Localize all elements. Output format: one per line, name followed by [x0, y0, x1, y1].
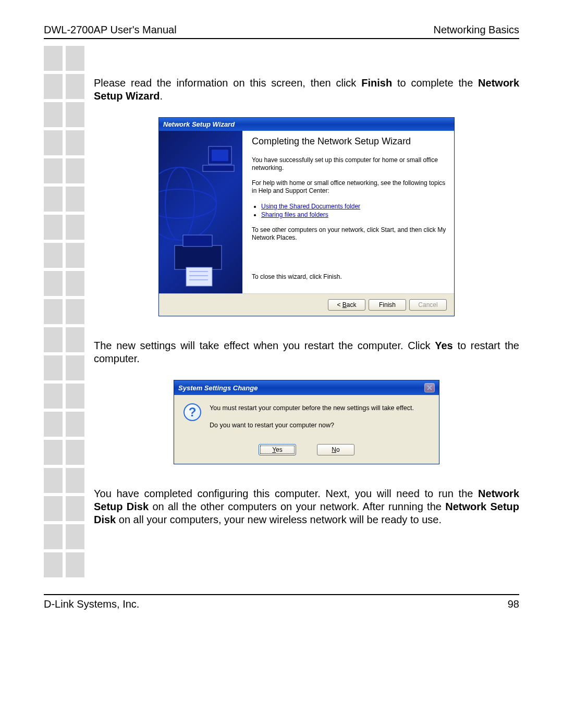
svg-rect-6 [175, 245, 222, 269]
wizard-side-graphic [159, 131, 242, 293]
msgbox-line-2: Do you want to restart your computer now… [210, 421, 414, 430]
page-number: 98 [508, 598, 519, 610]
wizard-close-hint: To close this wizard, click Finish. [252, 273, 447, 281]
back-button[interactable]: < Back [328, 299, 365, 311]
decorative-sidebar [44, 46, 85, 581]
msgbox-button-bar: Yes No [174, 441, 439, 464]
svg-point-0 [159, 167, 216, 240]
page-header: DWL-2700AP User's Manual Networking Basi… [44, 24, 519, 39]
msgbox-title: System Settings Change [178, 384, 258, 392]
svg-rect-4 [212, 150, 228, 161]
close-icon[interactable] [424, 383, 435, 392]
msgbox-titlebar: System Settings Change [174, 380, 439, 395]
yes-button[interactable]: Yes [259, 444, 296, 455]
no-button[interactable]: No [317, 444, 354, 455]
wizard-link-sharing-files[interactable]: Sharing files and folders [261, 211, 328, 218]
footer-company: D-Link Systems, Inc. [44, 598, 139, 610]
cancel-button: Cancel [409, 299, 447, 311]
intro-paragraph-3: You have completed configuring this comp… [94, 487, 519, 526]
wizard-button-bar: < Back Finish Cancel [159, 293, 454, 316]
page-footer: D-Link Systems, Inc. 98 [44, 594, 519, 610]
wizard-heading: Completing the Network Setup Wizard [252, 136, 447, 147]
msgbox-line-1: You must restart your computer before th… [210, 403, 414, 413]
wizard-text-2: For help with home or small office netwo… [252, 179, 447, 195]
svg-rect-8 [186, 267, 212, 286]
intro-paragraph-1: Please read the information on this scre… [94, 77, 519, 103]
finish-button[interactable]: Finish [369, 299, 406, 311]
svg-point-2 [165, 167, 194, 240]
wizard-text-3: To see other computers on your network, … [252, 226, 447, 242]
intro-paragraph-2: The new settings will take effect when y… [94, 339, 519, 365]
svg-point-1 [159, 189, 216, 218]
wizard-titlebar: Network Setup Wizard [159, 118, 454, 131]
system-settings-change-dialog: System Settings Change ? You must restar… [174, 380, 439, 464]
question-icon: ? [183, 403, 201, 421]
wizard-link-shared-docs[interactable]: Using the Shared Documents folder [261, 203, 360, 210]
svg-rect-7 [183, 235, 212, 246]
network-setup-wizard-window: Network Setup Wizard [158, 117, 455, 316]
header-right: Networking Basics [433, 24, 519, 36]
wizard-text-1: You have successfully set up this comput… [252, 156, 447, 172]
header-left: DWL-2700AP User's Manual [44, 24, 177, 36]
svg-rect-5 [203, 165, 234, 171]
